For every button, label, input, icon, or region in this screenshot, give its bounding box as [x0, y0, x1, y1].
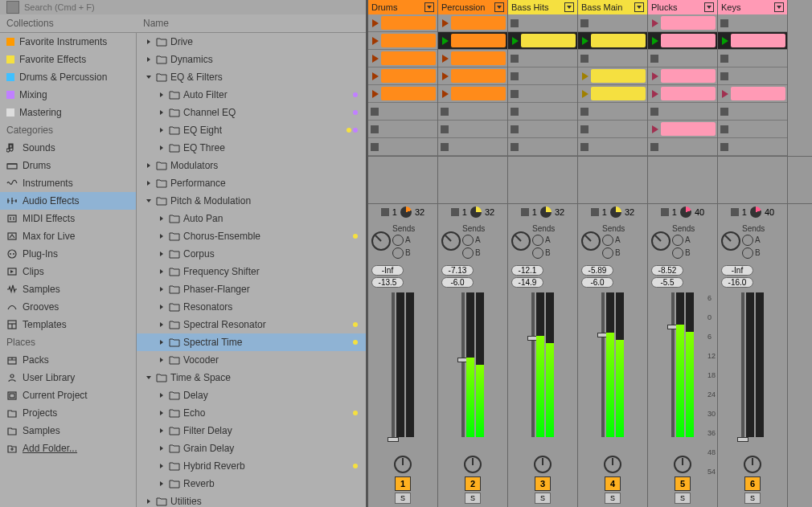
clip-slot[interactable] — [648, 85, 717, 103]
track-activator[interactable]: 3 — [535, 476, 551, 491]
volume-readout-1[interactable]: -7.13 — [441, 265, 474, 276]
clip-content[interactable] — [731, 34, 785, 47]
disclosure-arrow-icon[interactable] — [158, 286, 166, 292]
clip-stop-icon[interactable] — [441, 108, 449, 116]
fader-track[interactable] — [461, 292, 465, 437]
place-samples[interactable]: Samples — [0, 422, 136, 440]
tree-item-resonators[interactable]: Resonators — [137, 298, 366, 316]
clip-slot-empty[interactable] — [578, 138, 647, 156]
clip-content[interactable] — [381, 87, 436, 100]
volume-readout-2[interactable]: -16.0 — [721, 277, 753, 288]
place-current-project[interactable]: Current Project — [0, 386, 136, 404]
place-packs[interactable]: Packs — [0, 351, 136, 369]
send-a-knob[interactable] — [392, 235, 404, 246]
disclosure-arrow-icon[interactable] — [158, 321, 166, 328]
volume-readout-1[interactable]: -Inf — [721, 265, 753, 276]
clip-stop-icon[interactable] — [371, 108, 379, 116]
status-stop-icon[interactable] — [731, 208, 739, 216]
clip-play-icon[interactable] — [442, 55, 449, 63]
clip-slot[interactable] — [368, 50, 437, 67]
track-dropdown-icon[interactable] — [564, 2, 574, 12]
tree-item-filter-delay[interactable]: Filter Delay — [137, 422, 366, 440]
solo-button[interactable]: S — [535, 493, 551, 504]
clip-content[interactable] — [381, 34, 436, 47]
disclosure-arrow-icon[interactable] — [158, 145, 166, 151]
track-activator[interactable]: 6 — [744, 476, 761, 491]
category-midi-effects[interactable]: MIDI Effects — [0, 210, 136, 227]
tree-item-chorus-ensemble[interactable]: Chorus-Ensemble — [137, 227, 366, 245]
clip-slot[interactable] — [438, 14, 507, 32]
clip-content[interactable] — [661, 87, 716, 100]
clip-content[interactable] — [591, 69, 646, 83]
clip-stop-icon[interactable] — [580, 19, 588, 27]
send-b-knob[interactable] — [462, 247, 474, 259]
clip-slot-empty[interactable] — [718, 14, 787, 32]
send-a-knob[interactable] — [532, 235, 543, 246]
disclosure-arrow-icon[interactable] — [145, 56, 153, 63]
fader-track[interactable] — [671, 292, 675, 437]
clip-stop-icon[interactable] — [511, 143, 519, 151]
tree-item-eq-three[interactable]: EQ Three — [137, 139, 366, 157]
volume-readout-1[interactable]: -12.1 — [511, 265, 543, 276]
disclosure-arrow-icon[interactable] — [158, 463, 166, 469]
clip-content[interactable] — [731, 87, 785, 100]
clip-stop-icon[interactable] — [650, 143, 658, 151]
track-activator[interactable]: 4 — [605, 476, 621, 491]
solo-button[interactable]: S — [675, 493, 691, 504]
clip-stop-icon[interactable] — [580, 125, 588, 133]
clip-stop-icon[interactable] — [650, 108, 658, 116]
clip-slot[interactable] — [438, 67, 507, 85]
clip-stop-icon[interactable] — [650, 55, 658, 63]
category-audio-effects[interactable]: Audio Effects — [0, 192, 136, 210]
send-knob[interactable] — [371, 231, 391, 251]
scene-col[interactable] — [718, 157, 788, 203]
fader-track[interactable] — [531, 292, 535, 437]
tree-item-echo[interactable]: Echo — [137, 404, 366, 422]
tree-item-grain-delay[interactable]: Grain Delay — [137, 440, 366, 457]
clip-content[interactable] — [661, 122, 716, 136]
clip-play-icon[interactable] — [442, 72, 449, 80]
tree-item-drive[interactable]: Drive — [137, 33, 366, 51]
clip-slot-empty[interactable] — [368, 103, 437, 121]
disclosure-arrow-icon[interactable] — [158, 304, 166, 310]
send-knob[interactable] — [441, 231, 461, 251]
clip-stop-icon[interactable] — [441, 143, 449, 151]
disclosure-arrow-icon[interactable] — [145, 198, 153, 204]
track-activator[interactable]: 1 — [395, 476, 411, 491]
send-knob[interactable] — [581, 231, 601, 251]
clip-slot[interactable] — [368, 14, 437, 32]
clip-stop-icon[interactable] — [720, 108, 728, 116]
fader-track[interactable] — [601, 292, 605, 437]
search-bar[interactable]: Search (Cmd + F) — [0, 0, 366, 14]
volume-readout-2[interactable]: -5.5 — [651, 277, 683, 288]
disclosure-arrow-icon[interactable] — [158, 92, 166, 98]
tree-item-vocoder[interactable]: Vocoder — [137, 351, 366, 369]
clip-slot-empty[interactable] — [368, 121, 437, 138]
clip-play-icon[interactable] — [722, 90, 728, 98]
disclosure-arrow-icon[interactable] — [158, 109, 166, 116]
clip-slot-empty[interactable] — [648, 138, 717, 156]
disclosure-arrow-icon[interactable] — [158, 268, 166, 275]
clip-slot[interactable] — [648, 32, 717, 50]
clip-slot-empty[interactable] — [508, 103, 577, 121]
clip-slot[interactable] — [368, 85, 437, 103]
track-header-2[interactable]: Bass Hits — [508, 0, 578, 14]
clip-stop-icon[interactable] — [511, 108, 519, 116]
disclosure-arrow-icon[interactable] — [145, 498, 153, 505]
clip-slot[interactable] — [438, 32, 507, 50]
clip-content[interactable] — [591, 34, 646, 47]
category-plug-ins[interactable]: Plug-Ins — [0, 245, 136, 263]
status-stop-icon[interactable] — [591, 208, 599, 216]
status-stop-icon[interactable] — [381, 208, 389, 216]
clip-play-icon[interactable] — [442, 90, 449, 98]
tree-item-channel-eq[interactable]: Channel EQ — [137, 104, 366, 121]
solo-button[interactable]: S — [395, 493, 411, 504]
place-projects[interactable]: Projects — [0, 404, 136, 422]
clip-slot[interactable] — [368, 67, 437, 85]
tree-item-eq-filters[interactable]: EQ & Filters — [137, 68, 366, 86]
clip-stop-icon[interactable] — [511, 55, 519, 63]
track-dropdown-icon[interactable] — [704, 2, 714, 12]
disclosure-arrow-icon[interactable] — [158, 427, 166, 434]
clip-stop-icon[interactable] — [371, 143, 379, 151]
clip-slot-empty[interactable] — [578, 121, 647, 138]
